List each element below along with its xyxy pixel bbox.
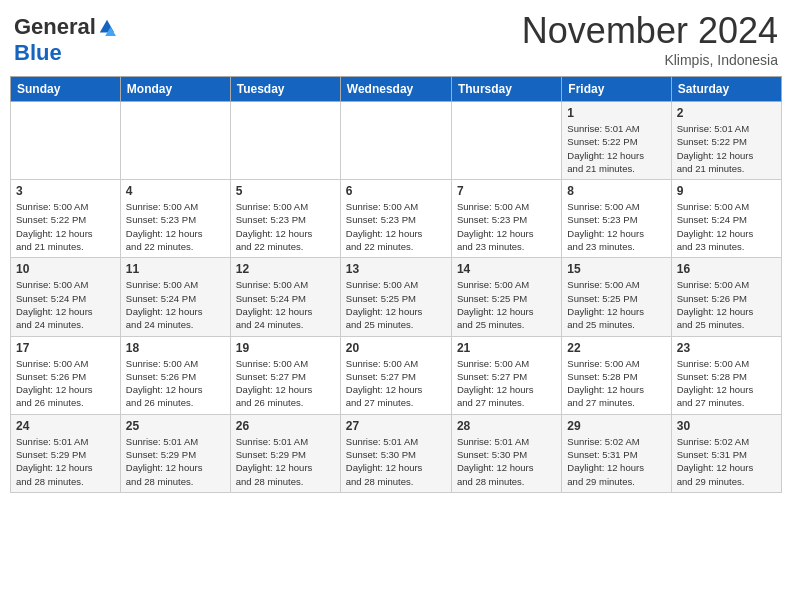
day-info: Sunrise: 5:00 AMSunset: 5:23 PMDaylight:… bbox=[236, 200, 335, 253]
day-number: 22 bbox=[567, 341, 665, 355]
table-row: 29Sunrise: 5:02 AMSunset: 5:31 PMDayligh… bbox=[562, 414, 671, 492]
table-row bbox=[451, 102, 561, 180]
day-number: 28 bbox=[457, 419, 556, 433]
day-number: 12 bbox=[236, 262, 335, 276]
table-row bbox=[11, 102, 121, 180]
calendar-week-2: 3Sunrise: 5:00 AMSunset: 5:22 PMDaylight… bbox=[11, 180, 782, 258]
table-row bbox=[340, 102, 451, 180]
header-friday: Friday bbox=[562, 77, 671, 102]
table-row: 14Sunrise: 5:00 AMSunset: 5:25 PMDayligh… bbox=[451, 258, 561, 336]
day-number: 15 bbox=[567, 262, 665, 276]
location: Klimpis, Indonesia bbox=[522, 52, 778, 68]
day-number: 13 bbox=[346, 262, 446, 276]
day-info: Sunrise: 5:01 AMSunset: 5:22 PMDaylight:… bbox=[677, 122, 776, 175]
calendar-week-4: 17Sunrise: 5:00 AMSunset: 5:26 PMDayligh… bbox=[11, 336, 782, 414]
table-row: 27Sunrise: 5:01 AMSunset: 5:30 PMDayligh… bbox=[340, 414, 451, 492]
day-number: 14 bbox=[457, 262, 556, 276]
table-row: 30Sunrise: 5:02 AMSunset: 5:31 PMDayligh… bbox=[671, 414, 781, 492]
table-row: 17Sunrise: 5:00 AMSunset: 5:26 PMDayligh… bbox=[11, 336, 121, 414]
day-number: 9 bbox=[677, 184, 776, 198]
day-info: Sunrise: 5:00 AMSunset: 5:28 PMDaylight:… bbox=[567, 357, 665, 410]
table-row: 11Sunrise: 5:00 AMSunset: 5:24 PMDayligh… bbox=[120, 258, 230, 336]
calendar-week-1: 1Sunrise: 5:01 AMSunset: 5:22 PMDaylight… bbox=[11, 102, 782, 180]
table-row: 13Sunrise: 5:00 AMSunset: 5:25 PMDayligh… bbox=[340, 258, 451, 336]
table-row: 28Sunrise: 5:01 AMSunset: 5:30 PMDayligh… bbox=[451, 414, 561, 492]
day-number: 7 bbox=[457, 184, 556, 198]
day-info: Sunrise: 5:00 AMSunset: 5:24 PMDaylight:… bbox=[16, 278, 115, 331]
table-row: 6Sunrise: 5:00 AMSunset: 5:23 PMDaylight… bbox=[340, 180, 451, 258]
day-number: 2 bbox=[677, 106, 776, 120]
day-number: 6 bbox=[346, 184, 446, 198]
day-number: 20 bbox=[346, 341, 446, 355]
logo: General Blue bbox=[14, 14, 116, 66]
day-number: 29 bbox=[567, 419, 665, 433]
day-info: Sunrise: 5:01 AMSunset: 5:30 PMDaylight:… bbox=[346, 435, 446, 488]
table-row: 23Sunrise: 5:00 AMSunset: 5:28 PMDayligh… bbox=[671, 336, 781, 414]
table-row: 18Sunrise: 5:00 AMSunset: 5:26 PMDayligh… bbox=[120, 336, 230, 414]
table-row: 21Sunrise: 5:00 AMSunset: 5:27 PMDayligh… bbox=[451, 336, 561, 414]
day-info: Sunrise: 5:00 AMSunset: 5:25 PMDaylight:… bbox=[457, 278, 556, 331]
day-number: 23 bbox=[677, 341, 776, 355]
table-row: 8Sunrise: 5:00 AMSunset: 5:23 PMDaylight… bbox=[562, 180, 671, 258]
title-block: November 2024 Klimpis, Indonesia bbox=[522, 10, 778, 68]
day-info: Sunrise: 5:00 AMSunset: 5:28 PMDaylight:… bbox=[677, 357, 776, 410]
page-header: General Blue November 2024 Klimpis, Indo… bbox=[10, 10, 782, 68]
day-info: Sunrise: 5:01 AMSunset: 5:30 PMDaylight:… bbox=[457, 435, 556, 488]
header-wednesday: Wednesday bbox=[340, 77, 451, 102]
logo-icon bbox=[98, 18, 116, 36]
day-info: Sunrise: 5:00 AMSunset: 5:23 PMDaylight:… bbox=[126, 200, 225, 253]
day-number: 30 bbox=[677, 419, 776, 433]
day-info: Sunrise: 5:00 AMSunset: 5:24 PMDaylight:… bbox=[677, 200, 776, 253]
calendar-week-5: 24Sunrise: 5:01 AMSunset: 5:29 PMDayligh… bbox=[11, 414, 782, 492]
table-row: 2Sunrise: 5:01 AMSunset: 5:22 PMDaylight… bbox=[671, 102, 781, 180]
day-info: Sunrise: 5:02 AMSunset: 5:31 PMDaylight:… bbox=[677, 435, 776, 488]
table-row bbox=[230, 102, 340, 180]
day-info: Sunrise: 5:00 AMSunset: 5:27 PMDaylight:… bbox=[457, 357, 556, 410]
day-info: Sunrise: 5:00 AMSunset: 5:24 PMDaylight:… bbox=[236, 278, 335, 331]
table-row: 19Sunrise: 5:00 AMSunset: 5:27 PMDayligh… bbox=[230, 336, 340, 414]
day-info: Sunrise: 5:00 AMSunset: 5:23 PMDaylight:… bbox=[457, 200, 556, 253]
table-row: 5Sunrise: 5:00 AMSunset: 5:23 PMDaylight… bbox=[230, 180, 340, 258]
header-monday: Monday bbox=[120, 77, 230, 102]
day-info: Sunrise: 5:01 AMSunset: 5:29 PMDaylight:… bbox=[126, 435, 225, 488]
table-row: 25Sunrise: 5:01 AMSunset: 5:29 PMDayligh… bbox=[120, 414, 230, 492]
day-info: Sunrise: 5:00 AMSunset: 5:25 PMDaylight:… bbox=[567, 278, 665, 331]
logo-blue-text: Blue bbox=[14, 40, 62, 65]
header-tuesday: Tuesday bbox=[230, 77, 340, 102]
day-number: 16 bbox=[677, 262, 776, 276]
table-row: 10Sunrise: 5:00 AMSunset: 5:24 PMDayligh… bbox=[11, 258, 121, 336]
day-number: 26 bbox=[236, 419, 335, 433]
table-row: 3Sunrise: 5:00 AMSunset: 5:22 PMDaylight… bbox=[11, 180, 121, 258]
table-row: 22Sunrise: 5:00 AMSunset: 5:28 PMDayligh… bbox=[562, 336, 671, 414]
day-number: 3 bbox=[16, 184, 115, 198]
day-number: 25 bbox=[126, 419, 225, 433]
day-info: Sunrise: 5:00 AMSunset: 5:26 PMDaylight:… bbox=[677, 278, 776, 331]
day-info: Sunrise: 5:00 AMSunset: 5:27 PMDaylight:… bbox=[346, 357, 446, 410]
table-row: 15Sunrise: 5:00 AMSunset: 5:25 PMDayligh… bbox=[562, 258, 671, 336]
table-row: 7Sunrise: 5:00 AMSunset: 5:23 PMDaylight… bbox=[451, 180, 561, 258]
table-row: 16Sunrise: 5:00 AMSunset: 5:26 PMDayligh… bbox=[671, 258, 781, 336]
day-info: Sunrise: 5:00 AMSunset: 5:26 PMDaylight:… bbox=[16, 357, 115, 410]
day-info: Sunrise: 5:00 AMSunset: 5:26 PMDaylight:… bbox=[126, 357, 225, 410]
calendar-week-3: 10Sunrise: 5:00 AMSunset: 5:24 PMDayligh… bbox=[11, 258, 782, 336]
day-number: 10 bbox=[16, 262, 115, 276]
day-number: 27 bbox=[346, 419, 446, 433]
logo-general-text: General bbox=[14, 14, 96, 40]
table-row: 1Sunrise: 5:01 AMSunset: 5:22 PMDaylight… bbox=[562, 102, 671, 180]
header-sunday: Sunday bbox=[11, 77, 121, 102]
table-row bbox=[120, 102, 230, 180]
day-number: 5 bbox=[236, 184, 335, 198]
day-number: 11 bbox=[126, 262, 225, 276]
day-number: 1 bbox=[567, 106, 665, 120]
day-number: 18 bbox=[126, 341, 225, 355]
day-info: Sunrise: 5:00 AMSunset: 5:25 PMDaylight:… bbox=[346, 278, 446, 331]
table-row: 12Sunrise: 5:00 AMSunset: 5:24 PMDayligh… bbox=[230, 258, 340, 336]
calendar-header-row: Sunday Monday Tuesday Wednesday Thursday… bbox=[11, 77, 782, 102]
header-saturday: Saturday bbox=[671, 77, 781, 102]
table-row: 20Sunrise: 5:00 AMSunset: 5:27 PMDayligh… bbox=[340, 336, 451, 414]
table-row: 24Sunrise: 5:01 AMSunset: 5:29 PMDayligh… bbox=[11, 414, 121, 492]
day-info: Sunrise: 5:00 AMSunset: 5:23 PMDaylight:… bbox=[346, 200, 446, 253]
month-title: November 2024 bbox=[522, 10, 778, 52]
header-thursday: Thursday bbox=[451, 77, 561, 102]
day-info: Sunrise: 5:01 AMSunset: 5:22 PMDaylight:… bbox=[567, 122, 665, 175]
